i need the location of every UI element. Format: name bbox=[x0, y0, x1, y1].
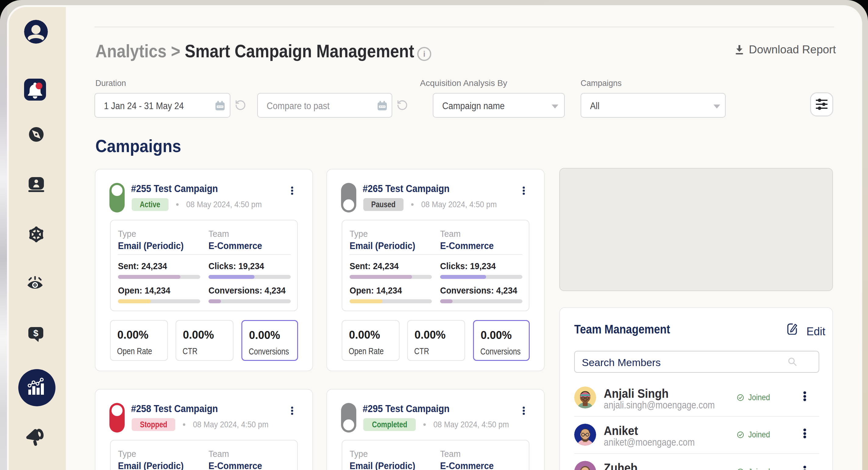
svg-text:$: $ bbox=[33, 328, 38, 338]
